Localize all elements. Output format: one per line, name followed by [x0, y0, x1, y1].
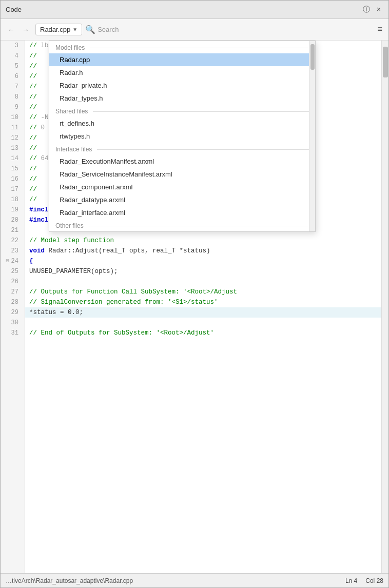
section-other-files: Other files [49, 219, 315, 231]
ln-label: Ln [345, 577, 352, 584]
line-num-18: 18 [5, 194, 21, 205]
line-num-31: 31 [5, 328, 21, 338]
line-num-9: 9 [5, 102, 21, 112]
line-num-17: 17 [5, 184, 21, 194]
line-num-22: 22 [5, 236, 21, 246]
menu-icon[interactable]: ≡ [375, 23, 384, 36]
line-num-26: 26 [5, 277, 21, 287]
code-line-24: { [25, 256, 381, 266]
line-num-4: 4 [5, 51, 21, 61]
col-value: 28 [377, 577, 383, 584]
vertical-scrollbar[interactable] [381, 41, 388, 573]
line-num-19: 19 [5, 205, 21, 215]
line-num-15: 15 [5, 164, 21, 174]
line-num-5: 5 [5, 61, 21, 71]
scrollbar-thumb [383, 47, 388, 77]
code-line-23: void Radar::Adjust(real_T opts, real_T *… [25, 246, 381, 256]
line-num-8: 8 [5, 92, 21, 102]
code-line-27: // Outputs for Function Call SubSystem: … [25, 287, 381, 297]
search-box[interactable]: 🔍 Search [85, 25, 372, 35]
line-num-11: 11 [5, 123, 21, 133]
line-num-16: 16 [5, 174, 21, 184]
info-icon[interactable]: ⓘ [362, 5, 371, 14]
code-line-29: *status = 0.0; [25, 307, 381, 318]
dropdown-item-rt-defines-h[interactable]: rt_defines.h [49, 117, 315, 130]
dropdown-item-radar-private-h[interactable]: Radar_private.h [49, 79, 315, 92]
line-num-27: 27 [5, 287, 21, 297]
ln-value: 4 [354, 577, 358, 584]
back-button[interactable]: ← [5, 24, 18, 36]
line-num-6: 6 [5, 71, 21, 82]
dropdown-scrollbar[interactable] [309, 41, 315, 231]
line-num-29: 29 [5, 307, 21, 318]
toolbar: ← → Radar.cpp ▼ 🔍 Search ≡ [1, 19, 388, 41]
line-num-25: 25 [5, 266, 21, 277]
file-dropdown: Model files Radar.cpp Radar.h Radar_priv… [49, 41, 316, 232]
col-label: Col [365, 577, 375, 584]
dropdown-item-execution-manifest[interactable]: Radar_ExecutionManifest.arxml [49, 155, 315, 168]
dropdown-item-rtwtypes-h[interactable]: rtwtypes.h [49, 130, 315, 143]
line-num-24: ⊟ 24 [5, 256, 21, 266]
status-path: …tiveArch\Radar_autosar_adaptive\Radar.c… [6, 577, 337, 584]
file-selector[interactable]: Radar.cpp ▼ [35, 24, 82, 35]
line-num-10: 10 [5, 112, 21, 123]
status-col: Col 28 [365, 577, 383, 584]
title-bar: Code ⓘ × [1, 1, 388, 19]
close-icon[interactable]: × [374, 5, 383, 14]
line-num-21: 21 [5, 225, 21, 236]
code-line-28: // SignalConversion generated from: '<S1… [25, 297, 381, 307]
dropdown-item-component-arxml[interactable]: Radar_component.arxml [49, 181, 315, 193]
line-num-13: 13 [5, 143, 21, 153]
window-title: Code [6, 6, 22, 13]
code-line-26 [25, 277, 381, 287]
dropdown-item-radar-h[interactable]: Radar.h [49, 66, 315, 79]
dropdown-item-service-manifest[interactable]: Radar_ServiceInstanceManifest.arxml [49, 168, 315, 181]
status-bar: …tiveArch\Radar_autosar_adaptive\Radar.c… [1, 573, 388, 587]
code-line-30 [25, 318, 381, 328]
line-num-20: 20 [5, 215, 21, 225]
search-placeholder: Search [98, 26, 119, 33]
line-num-7: 7 [5, 82, 21, 92]
code-line-25: UNUSED_PARAMETER(opts); [25, 266, 381, 277]
dropdown-scroll-thumb [310, 44, 315, 70]
code-line-31: // End of Outputs for SubSystem: '<Root>… [25, 328, 381, 338]
line-num-28: 28 [5, 297, 21, 307]
dropdown-arrow-icon: ▼ [72, 27, 77, 32]
line-num-23: 23 [5, 246, 21, 256]
line-num-14: 14 [5, 153, 21, 164]
status-ln: Ln 4 [345, 577, 357, 584]
line-numbers: 3 4 5 6 7 8 9 10 11 12 13 14 15 16 17 18… [1, 41, 25, 573]
line-num-30: 30 [5, 318, 21, 328]
dropdown-item-radar-types-h[interactable]: Radar_types.h [49, 92, 315, 105]
dropdown-item-interface-arxml[interactable]: Radar_interface.arxml [49, 206, 315, 219]
section-model-files: Model files [49, 41, 315, 53]
nav-buttons: ← → [5, 24, 32, 36]
section-interface-files: Interface files [49, 143, 315, 155]
section-shared-files: Shared files [49, 105, 315, 117]
line-num-12: 12 [5, 133, 21, 143]
line-num-3: 3 [5, 41, 21, 51]
fold-icon[interactable]: ⊟ [6, 256, 9, 266]
code-content[interactable]: // lback and te // // // // // // // -No… [25, 41, 381, 573]
main-window: Code ⓘ × ← → Radar.cpp ▼ 🔍 Search ≡ 3 4 … [0, 0, 389, 588]
file-selector-label: Radar.cpp [40, 26, 70, 33]
forward-button[interactable]: → [19, 24, 32, 36]
dropdown-item-datatype-arxml[interactable]: Radar_datatype.arxml [49, 193, 315, 206]
dropdown-item-radar-cpp[interactable]: Radar.cpp [49, 53, 315, 66]
code-line-22: // Model step function [25, 236, 381, 246]
title-bar-controls: ⓘ × [362, 5, 383, 14]
search-icon: 🔍 [85, 25, 95, 35]
editor-area: 3 4 5 6 7 8 9 10 11 12 13 14 15 16 17 18… [1, 41, 388, 573]
